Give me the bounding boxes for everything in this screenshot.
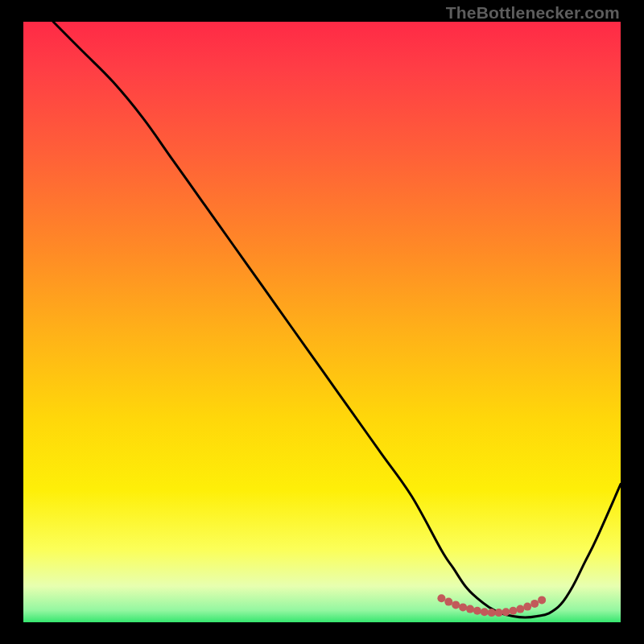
marker-dot bbox=[459, 603, 467, 611]
marker-dot bbox=[488, 609, 496, 617]
marker-dot bbox=[481, 608, 489, 616]
chart-frame: TheBottlenecker.com bbox=[0, 0, 644, 644]
marker-dot bbox=[473, 607, 481, 615]
marker-dot bbox=[444, 598, 452, 606]
marker-dot bbox=[452, 601, 460, 609]
flat-zone-markers bbox=[437, 594, 546, 617]
marker-dot bbox=[502, 608, 510, 616]
marker-dot bbox=[437, 594, 445, 602]
marker-dot bbox=[509, 607, 517, 615]
bottleneck-curve-svg bbox=[23, 22, 621, 622]
attribution-label: TheBottlenecker.com bbox=[446, 3, 620, 23]
marker-dot bbox=[530, 600, 539, 608]
plot-area bbox=[23, 22, 621, 622]
bottleneck-curve bbox=[53, 22, 621, 617]
marker-dot bbox=[523, 603, 531, 611]
marker-dot bbox=[516, 605, 524, 613]
marker-dot bbox=[466, 605, 474, 613]
marker-dot bbox=[495, 609, 503, 617]
marker-dot bbox=[538, 596, 546, 604]
